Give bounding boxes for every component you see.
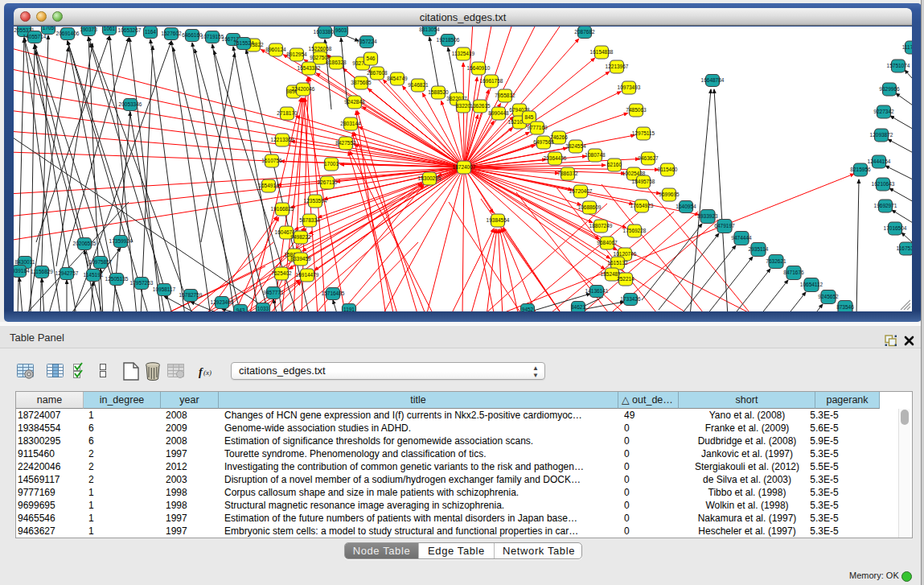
svg-text:7485063: 7485063 xyxy=(626,107,647,113)
svg-text:6466160: 6466160 xyxy=(182,32,203,38)
svg-text:9457771: 9457771 xyxy=(263,290,284,295)
svg-text:15226058: 15226058 xyxy=(309,46,332,51)
svg-text:1610756: 1610756 xyxy=(261,158,282,163)
svg-text:1527602: 1527602 xyxy=(161,31,182,36)
svg-text:9452: 9452 xyxy=(522,307,534,311)
svg-text:8215956: 8215956 xyxy=(850,167,871,172)
svg-text:1145191: 1145191 xyxy=(84,272,104,278)
svg-text:1733426: 1733426 xyxy=(620,296,641,302)
svg-text:16033809: 16033809 xyxy=(314,29,337,35)
svg-text:12213967: 12213967 xyxy=(606,64,629,69)
svg-text:2935114: 2935114 xyxy=(749,246,769,252)
svg-text:8427552: 8427552 xyxy=(335,140,356,146)
svg-text:8454749: 8454749 xyxy=(387,76,408,81)
svg-text:14136141: 14136141 xyxy=(585,288,609,294)
svg-text:1640954: 1640954 xyxy=(676,204,696,209)
svg-text:8471676: 8471676 xyxy=(783,270,804,275)
svg-text:12444154: 12444154 xyxy=(868,159,891,164)
svg-text:(x): (x) xyxy=(203,369,211,377)
svg-text:16648784: 16648784 xyxy=(701,77,725,83)
svg-text:16782759: 16782759 xyxy=(179,292,203,298)
svg-text:845: 845 xyxy=(525,114,534,120)
svg-text:12213369: 12213369 xyxy=(271,137,294,142)
svg-text:83220: 83220 xyxy=(456,103,470,109)
svg-text:9684067: 9684067 xyxy=(597,240,618,245)
svg-text:7357224: 7357224 xyxy=(356,39,377,44)
svg-text:6497568: 6497568 xyxy=(533,139,554,145)
svg-text:9242848: 9242848 xyxy=(344,99,365,105)
svg-text:62160: 62160 xyxy=(607,162,622,167)
svg-text:12353594: 12353594 xyxy=(304,198,327,204)
svg-text:9227342: 9227342 xyxy=(873,109,894,114)
svg-text:15716485: 15716485 xyxy=(322,290,345,296)
svg-text:16640910: 16640910 xyxy=(467,65,491,71)
svg-text:2867608: 2867608 xyxy=(367,70,388,76)
svg-text:16154838: 16154838 xyxy=(590,49,614,55)
svg-text:9115460: 9115460 xyxy=(658,167,678,172)
svg-text:11325419: 11325419 xyxy=(452,51,475,56)
svg-text:84621: 84621 xyxy=(571,304,585,310)
svg-text:11156829: 11156829 xyxy=(31,269,53,274)
svg-text:10973493: 10973493 xyxy=(618,84,641,90)
svg-text:12975115: 12975115 xyxy=(632,130,655,136)
svg-text:5878334: 5878334 xyxy=(299,217,320,223)
svg-text:18300295: 18300295 xyxy=(418,175,441,181)
svg-text:1588520: 1588520 xyxy=(428,89,449,95)
svg-text:1167534: 1167534 xyxy=(897,245,912,251)
svg-text:10975857: 10975857 xyxy=(89,259,113,265)
svg-text:16210643: 16210643 xyxy=(872,181,895,187)
svg-text:18495758: 18495758 xyxy=(632,179,655,184)
svg-text:3824554: 3824554 xyxy=(565,143,586,149)
svg-text:8933923: 8933923 xyxy=(697,213,718,219)
svg-text:17569228: 17569228 xyxy=(623,228,647,233)
svg-text:9699695: 9699695 xyxy=(659,192,680,197)
svg-text:1362615: 1362615 xyxy=(470,103,491,109)
svg-text:8813054: 8813054 xyxy=(419,27,440,32)
svg-text:19692971: 19692971 xyxy=(874,203,897,208)
svg-text:1654914: 1654914 xyxy=(258,183,279,188)
svg-text:7515524: 7515524 xyxy=(233,40,254,46)
svg-text:17654923: 17654923 xyxy=(630,203,654,208)
svg-text:873546: 873546 xyxy=(836,304,854,310)
svg-text:1705: 1705 xyxy=(43,27,55,31)
svg-text:1061: 1061 xyxy=(104,27,116,31)
svg-text:16961758: 16961758 xyxy=(480,78,503,84)
svg-text:546: 546 xyxy=(367,56,376,61)
svg-text:20206535: 20206535 xyxy=(73,241,97,246)
svg-text:9245652: 9245652 xyxy=(818,294,839,299)
svg-text:19218506: 19218506 xyxy=(437,37,460,43)
svg-text:10653267: 10653267 xyxy=(118,27,142,33)
svg-text:6479197: 6479197 xyxy=(714,223,735,229)
svg-text:9146821: 9146821 xyxy=(408,82,429,88)
svg-text:9498222: 9498222 xyxy=(290,234,311,240)
svg-text:15720407: 15720407 xyxy=(569,188,593,194)
svg-text:9329966: 9329966 xyxy=(879,86,900,92)
svg-text:16543382: 16543382 xyxy=(298,65,321,71)
svg-text:15751074: 15751074 xyxy=(887,63,910,68)
svg-text:10688609: 10688609 xyxy=(578,204,602,210)
svg-text:190373: 190373 xyxy=(80,27,97,32)
svg-text:20364436: 20364436 xyxy=(544,155,567,161)
svg-text:17359924: 17359924 xyxy=(109,238,133,244)
svg-text:20691406: 20691406 xyxy=(56,31,80,36)
svg-text:12093872: 12093872 xyxy=(870,132,893,138)
svg-text:943: 943 xyxy=(236,307,245,311)
svg-text:17016504: 17016504 xyxy=(884,225,907,231)
svg-text:9603: 9603 xyxy=(335,27,347,33)
svg-text:9777169: 9777169 xyxy=(527,125,548,130)
svg-text:22420046: 22420046 xyxy=(292,86,315,92)
svg-text:3267110: 3267110 xyxy=(318,179,338,185)
svg-text:10958117: 10958117 xyxy=(153,286,176,292)
svg-text:1033: 1033 xyxy=(257,306,269,311)
svg-text:8339459: 8339459 xyxy=(290,256,311,262)
svg-text:1117384: 1117384 xyxy=(902,44,912,50)
svg-text:2718170: 2718170 xyxy=(277,110,298,116)
svg-text:1080748: 1080748 xyxy=(585,152,606,158)
svg-text:9463627: 9463627 xyxy=(638,155,659,161)
svg-text:7625402: 7625402 xyxy=(271,270,292,276)
svg-text:252214: 252214 xyxy=(617,276,634,282)
svg-text:3875685: 3875685 xyxy=(351,80,372,85)
svg-text:1164: 1164 xyxy=(145,29,156,35)
svg-text:18807249: 18807249 xyxy=(589,223,613,229)
svg-text:8990448: 8990448 xyxy=(488,110,509,116)
